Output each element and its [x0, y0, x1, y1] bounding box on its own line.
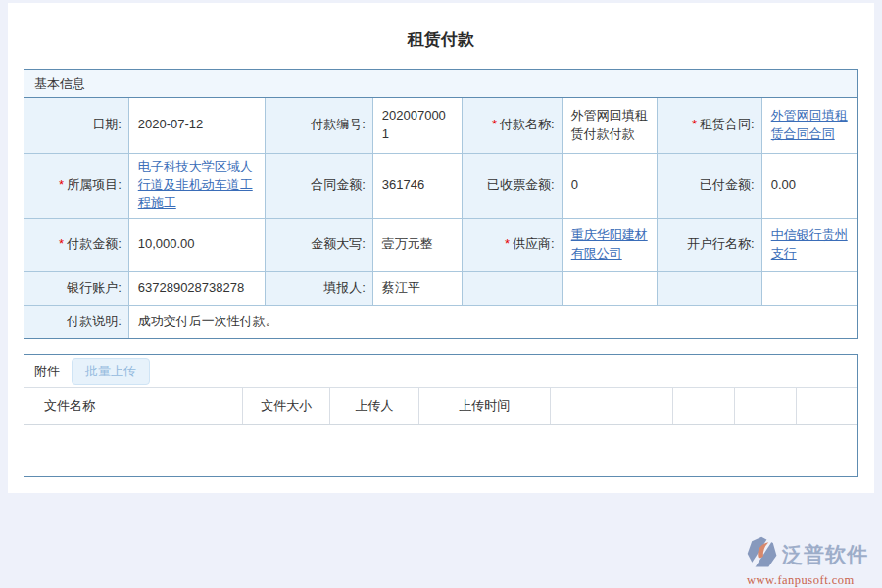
field-value-empty — [562, 271, 658, 305]
table-row: *付款金额: 10,000.00 金额大写: 壹万元整 *供应商: 重庆华阳建材… — [24, 218, 858, 271]
field-value-payment-number: 2020070001 — [372, 98, 462, 153]
field-value-paid-amount: 0.00 — [761, 153, 858, 218]
field-label-payment-number: 付款编号: — [266, 98, 373, 153]
column-header-file-name: 文件名称 — [24, 388, 243, 424]
column-header-upload-time: 上传时间 — [418, 388, 550, 424]
table-row: *所属项目: 电子科技大学区域人行道及非机动车道工程施工 合同金额: 36174… — [24, 153, 858, 218]
footer-brand: 泛普软件 www.fanpusoft.com — [745, 535, 868, 588]
field-label-preparer: 填报人: — [266, 271, 373, 305]
field-label-paid-amount: 已付金额: — [658, 153, 761, 218]
attachments-empty-body — [24, 425, 858, 476]
attachments-header-row: 文件名称 文件大小 上传人 上传时间 — [24, 388, 858, 424]
attachments-section: 附件 批量上传 文件名称 文件大小 上传人 上传时间 — [24, 354, 858, 477]
field-value-preparer: 蔡江平 — [372, 271, 462, 305]
field-label-bank-name: 开户行名称: — [658, 218, 761, 271]
basic-info-table: 日期: 2020-07-12 付款编号: 2020070001 *付款名称: 外… — [24, 98, 858, 338]
column-header-empty — [612, 388, 673, 424]
field-label: 开户行名称: — [687, 236, 755, 251]
field-label-date: 日期: — [24, 98, 128, 153]
project-link[interactable]: 电子科技大学区域人行道及非机动车道工程施工 — [138, 159, 253, 211]
basic-info-section: 基本信息 日期: 2020-07-12 付款编号: 2020070001 *付款… — [24, 69, 858, 339]
field-label-bank-account: 银行账户: — [24, 271, 128, 305]
field-label: 合同金额: — [311, 177, 366, 192]
field-label: 银行账户: — [67, 280, 122, 295]
field-value-payment-name: 外管网回填租赁付款付款 — [562, 98, 658, 153]
field-value-bank-account: 637289028738278 — [128, 271, 265, 305]
fanpu-logo-icon — [745, 535, 780, 574]
column-header-file-size: 文件大小 — [243, 388, 330, 424]
field-value-invoiced-amount: 0 — [562, 153, 658, 218]
field-label-supplier: *供应商: — [462, 218, 562, 271]
column-header-empty — [796, 388, 858, 424]
field-value-project: 电子科技大学区域人行道及非机动车道工程施工 — [128, 153, 265, 218]
field-label: 付款编号: — [311, 117, 366, 131]
field-label: 供应商: — [513, 236, 555, 251]
attachments-title: 附件 — [34, 363, 60, 380]
table-row: 日期: 2020-07-12 付款编号: 2020070001 *付款名称: 外… — [24, 98, 858, 153]
field-label-amount-words: 金额大写: — [266, 218, 373, 271]
field-value-contract-amount: 361746 — [372, 153, 462, 218]
page-title: 租赁付款 — [8, 3, 874, 69]
field-value-date: 2020-07-12 — [128, 98, 265, 153]
field-label: 已付金额: — [700, 177, 755, 192]
field-label: 已收票金额: — [487, 177, 555, 192]
field-label: 金额大写: — [311, 236, 366, 251]
column-header-empty — [550, 388, 612, 424]
field-label: 填报人: — [323, 280, 366, 295]
field-label: 日期: — [92, 117, 122, 131]
lease-contract-link[interactable]: 外管网回填租赁合同合同 — [771, 108, 848, 141]
table-row: 付款说明: 成功交付后一次性付款。 — [24, 305, 858, 338]
field-label-lease-contract: *租赁合同: — [658, 98, 761, 153]
required-asterisk: * — [692, 117, 697, 131]
table-row: 银行账户: 637289028738278 填报人: 蔡江平 — [24, 271, 858, 305]
field-label: 付款金额: — [67, 236, 122, 251]
bank-name-link[interactable]: 中信银行贵州支行 — [771, 227, 848, 261]
field-label: 所属项目: — [67, 177, 122, 192]
field-label-invoiced-amount: 已收票金额: — [462, 153, 562, 218]
brand-url: www.fanpusoft.com — [745, 573, 855, 588]
field-value-supplier: 重庆华阳建材有限公司 — [562, 218, 658, 271]
required-asterisk: * — [59, 236, 64, 251]
field-label-empty — [658, 271, 761, 305]
brand-row: 泛普软件 — [745, 535, 868, 574]
supplier-link[interactable]: 重庆华阳建材有限公司 — [571, 227, 648, 261]
column-header-empty — [673, 388, 735, 424]
batch-upload-button[interactable]: 批量上传 — [72, 358, 150, 385]
attachments-table: 文件名称 文件大小 上传人 上传时间 — [24, 388, 858, 425]
column-header-uploader: 上传人 — [330, 388, 418, 424]
required-asterisk: * — [492, 117, 497, 131]
field-value-lease-contract: 外管网回填租赁合同合同 — [761, 98, 858, 153]
field-value-amount-words: 壹万元整 — [372, 218, 462, 271]
attachments-header: 附件 批量上传 — [24, 355, 858, 388]
required-asterisk: * — [59, 177, 64, 192]
field-label-payment-name: *付款名称: — [462, 98, 562, 153]
field-value-payment-amount: 10,000.00 — [128, 218, 265, 271]
content-card: 租赁付款 基本信息 日期: 2020-07-12 付款编号: 202007000… — [8, 3, 874, 493]
field-value-empty — [761, 271, 858, 305]
field-value-bank-name: 中信银行贵州支行 — [761, 218, 858, 271]
field-label: 租赁合同: — [700, 117, 755, 131]
basic-info-header: 基本信息 — [24, 70, 858, 98]
required-asterisk: * — [505, 236, 510, 251]
field-label-payment-amount: *付款金额: — [24, 218, 128, 271]
field-label-payment-remark: 付款说明: — [24, 305, 128, 338]
column-header-empty — [735, 388, 797, 424]
field-label-empty — [462, 271, 562, 305]
field-value-payment-remark: 成功交付后一次性付款。 — [128, 305, 858, 338]
field-label-contract-amount: 合同金额: — [266, 153, 373, 218]
field-label-project: *所属项目: — [24, 153, 128, 218]
field-label: 付款名称: — [500, 117, 555, 131]
brand-name: 泛普软件 — [782, 541, 868, 568]
